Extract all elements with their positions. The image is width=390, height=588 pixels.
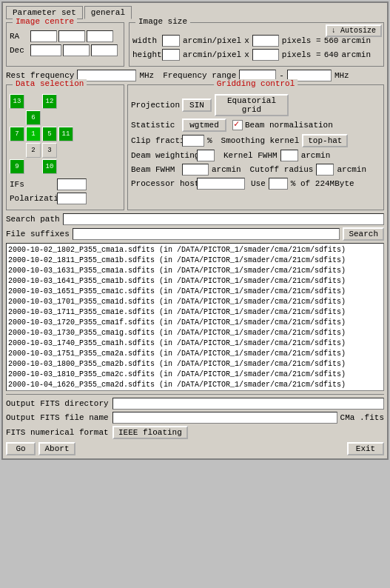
list-item[interactable]: 2000-10-03_1711_P355_cma1e.sdfits (in /D… xyxy=(8,307,382,318)
statistic-btn[interactable]: wgtmed xyxy=(182,118,226,132)
smoothing-btn[interactable]: top-hat xyxy=(302,134,348,147)
width-pixels[interactable]: 170 xyxy=(252,35,279,47)
cutoff-unit: arcmin xyxy=(337,165,366,174)
list-item[interactable]: 2000-10-02_1811_P355_cma1b.sdfits (in /D… xyxy=(8,255,382,266)
fits-name-input[interactable] xyxy=(112,412,337,424)
ra-hours[interactable]: 00 xyxy=(30,30,57,42)
beam-fwhm-label: Beam FWHM xyxy=(131,165,179,174)
channel-1[interactable]: 1 xyxy=(26,127,41,141)
projection-btn[interactable]: SIN xyxy=(182,98,212,112)
fits-name-suffix: CMa .fits xyxy=(340,413,384,422)
data-selection-label: Data selection xyxy=(13,79,87,88)
channel-12[interactable]: 12 xyxy=(42,94,57,109)
height-arcmin-unit: arcmin xyxy=(341,50,371,59)
width-pixel-size[interactable]: 4 xyxy=(162,35,180,47)
use-label: Use xyxy=(251,179,266,188)
tab-general[interactable]: general xyxy=(84,6,132,19)
use-input[interactable]: 25 xyxy=(269,178,288,190)
dec-degrees[interactable]: -30 xyxy=(30,44,61,56)
dec-minutes[interactable]: 00 xyxy=(63,44,90,56)
list-item[interactable]: 2000-10-03_1720_P355_cma1f.sdfits (in /D… xyxy=(8,318,382,328)
dec-seconds[interactable]: 00 xyxy=(91,44,118,56)
list-item[interactable]: 2000-10-03_1631_P355_cma1a.sdfits (in /D… xyxy=(8,266,382,276)
image-size-label: Image size xyxy=(135,17,190,26)
clip-input[interactable]: 0 xyxy=(182,135,204,147)
channel-10[interactable]: 10 xyxy=(42,159,57,174)
search-path-input[interactable]: /DATA/PICTOR_1/smader/cma/21cm/sdfits xyxy=(63,213,384,225)
width-unit: arcmin/pixel xyxy=(183,36,241,45)
channel-3[interactable]: 3 xyxy=(42,143,57,158)
image-centre-box: Image centre RA 00 00 00 Dec -30 00 00 xyxy=(6,22,124,67)
channel-5[interactable]: 5 xyxy=(42,127,57,141)
height-label: height xyxy=(132,50,159,59)
deam-label: Deam weighting xyxy=(131,151,194,160)
ifs-input[interactable]: 1&2 xyxy=(57,178,87,190)
list-item[interactable]: 2000-10-04_1626_P355_cma2d.sdfits (in /D… xyxy=(8,380,382,390)
channel-9[interactable]: 9 xyxy=(10,159,24,174)
file-suffixes-input[interactable]: sdfits ms2cal xyxy=(73,228,340,240)
kernel-fwhm-unit: arcmin xyxy=(301,151,331,160)
beam-norm-checkbox[interactable] xyxy=(232,120,243,130)
kernel-fwhm-label: Kernel FWHM xyxy=(223,151,278,160)
fits-dir-row: Output FITS directory /DATA/PICTOR_1/sma… xyxy=(6,398,384,410)
channel-7[interactable]: 7 xyxy=(10,127,24,141)
channel-13[interactable]: 13 xyxy=(10,94,24,109)
image-centre-label: Image centre xyxy=(13,17,77,26)
dec-label: Dec xyxy=(10,46,27,55)
deam-input[interactable]: 1 xyxy=(197,150,215,161)
beam-fwhm-input[interactable]: 14.4 xyxy=(182,164,209,176)
processor-input[interactable]: sculptor xyxy=(197,178,245,190)
height-arcmin-val: 640 xyxy=(324,50,339,59)
fits-format-btn[interactable]: IEEE floating xyxy=(112,426,188,439)
clip-label: Clip fraction xyxy=(131,136,179,145)
channel-6[interactable]: 6 xyxy=(26,110,41,125)
list-item[interactable]: 2000-10-04_1635_P355_cma2e.sdfits (in /D… xyxy=(8,390,382,391)
channel-2[interactable]: 2 xyxy=(26,143,41,158)
output-section: Output FITS directory /DATA/PICTOR_1/sma… xyxy=(6,394,384,439)
exit-button[interactable]: Exit xyxy=(347,442,384,455)
width-pixels-label: pixels = xyxy=(282,36,321,45)
height-unit: arcmin/pixel xyxy=(183,50,241,59)
polarization-label: Polarization xyxy=(10,194,54,203)
channel-grid-area: 13 12 6 7 1 5 11 2 3 9 10 xyxy=(10,94,98,176)
data-selection-box: Data selection 13 12 6 7 1 5 11 2 3 9 10 xyxy=(6,84,124,210)
ra-seconds[interactable]: 00 xyxy=(87,30,113,42)
polarization-input[interactable]: A&B xyxy=(57,193,87,204)
abort-button[interactable]: Abort xyxy=(38,442,75,455)
width-label: width xyxy=(132,36,159,45)
dec-inputs: -30 00 00 xyxy=(30,44,118,56)
height-pixel-size[interactable]: 4 xyxy=(162,49,180,61)
cutoff-label: Cutoff radius xyxy=(250,165,314,174)
list-item[interactable]: 2000-10-03_1751_P355_cma2a.sdfits (in /D… xyxy=(8,349,382,359)
rest-freq-unit: MHz xyxy=(139,71,154,80)
ifs-label: IFs xyxy=(10,180,54,189)
list-item[interactable]: 2000-10-03_1730_P355_cma1g.sdfits (in /D… xyxy=(8,328,382,338)
list-item[interactable]: 2000-10-02_1802_P355_cma1a.sdfits (in /D… xyxy=(8,245,382,255)
kernel-fwhm-input[interactable]: 0 xyxy=(280,150,298,161)
channel-11[interactable]: 11 xyxy=(58,127,73,141)
fits-name-label: Output FITS file name xyxy=(6,413,110,422)
image-size-box: Image size ↓ Autosize width 4 arcmin/pix… xyxy=(129,22,384,67)
file-list[interactable]: 2000-10-02_1802_P355_cma1a.sdfits (in /D… xyxy=(6,243,384,391)
height-x: x xyxy=(244,50,249,59)
list-item[interactable]: 2000-10-03_1701_P355_cma1d.sdfits (in /D… xyxy=(8,297,382,307)
height-pixels[interactable]: 160 xyxy=(252,49,279,61)
cutoff-input[interactable]: 0 xyxy=(316,164,334,176)
list-item[interactable]: 2000-10-03_1641_P355_cma1b.sdfits (in /D… xyxy=(8,276,382,287)
width-x: x xyxy=(244,36,249,45)
clip-unit: % xyxy=(207,136,212,145)
go-button[interactable]: Go xyxy=(6,442,36,455)
autosize-button[interactable]: ↓ Autosize xyxy=(326,24,382,37)
equatorial-btn[interactable]: Equatorial grid xyxy=(215,94,289,116)
fits-dir-input[interactable]: /DATA/PICTOR_1/smader/cma xyxy=(112,398,384,410)
list-item[interactable]: 2000-10-03_1651_P355_cma1c.sdfits (in /D… xyxy=(8,287,382,297)
beam-norm-label: Beam normalisation xyxy=(245,121,333,130)
list-item[interactable]: 2000-10-03_1740_P355_cma1h.sdfits (in /D… xyxy=(8,338,382,349)
ra-label: RA xyxy=(10,32,27,41)
search-button[interactable]: Search xyxy=(343,227,384,241)
freq-range-unit: MHz xyxy=(334,71,349,80)
gridding-control-box: Gridding control Projection SIN Equatori… xyxy=(127,84,384,210)
ra-minutes[interactable]: 00 xyxy=(58,30,85,42)
list-item[interactable]: 2000-10-03_1810_P355_cma2c.sdfits (in /D… xyxy=(8,370,382,380)
list-item[interactable]: 2000-10-03_1800_P355_cma2b.sdfits (in /D… xyxy=(8,359,382,370)
